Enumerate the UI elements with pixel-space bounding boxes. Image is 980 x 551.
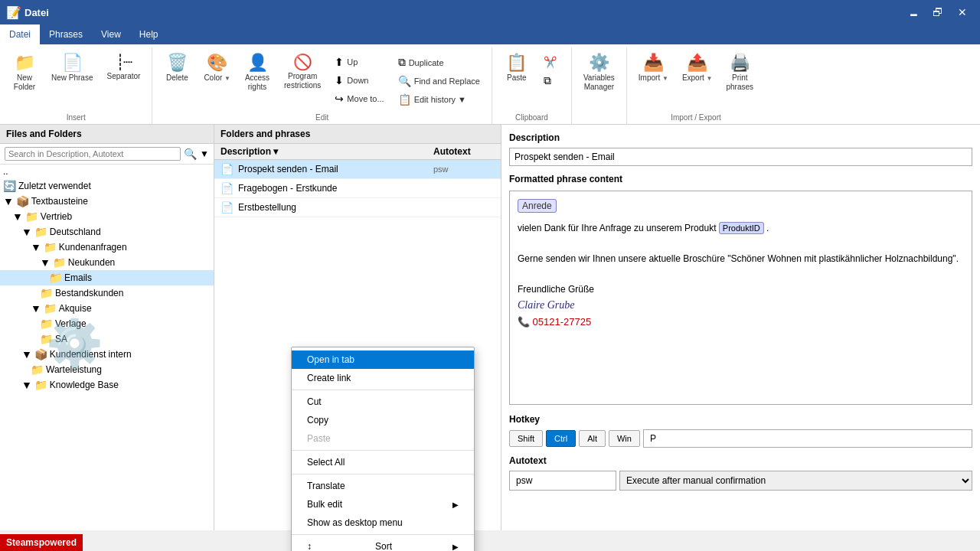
find-replace-button[interactable]: 🔍 Find and Replace [393,73,485,90]
ribbon-group-import-export: 📥 Import ▼ 📤 Export ▼ 🖨️ Printphrases Im… [627,47,765,124]
move-to-button[interactable]: ↪ Move to... [329,90,389,107]
akquise-expand-icon: ▼ [31,302,41,315]
new-folder-button[interactable]: 📁 NewFolder [6,51,43,96]
tree-item-zuletzt[interactable]: 🔄 Zuletzt verwendet [0,178,214,194]
tree-item-vertrieb[interactable]: ▼ 📁 Vertrieb [0,209,214,224]
color-icon: 🎨 [207,54,227,71]
cut-button[interactable]: ✂️ [538,54,565,70]
phrase-row-erstbestellung[interactable]: 📄 Erstbestellung [214,198,501,217]
title-bar-left: 📝 Datei [6,5,49,20]
kundenanfragen-icon: 📁 [44,241,57,253]
separator-button[interactable]: ┊┈ Separator [101,51,145,85]
export-icon: 📤 [687,54,707,71]
ctx-sort-arrow: ▶ [452,543,459,551]
app-title: Datei [24,7,49,18]
menu-view[interactable]: View [92,24,130,44]
tree-item-verlage[interactable]: 📁 Verlage ⚙️ [0,316,214,331]
sort-icon: ▾ [273,146,278,157]
tree-item-sa[interactable]: 📁 SA [0,331,214,347]
ctx-select-all[interactable]: Select All [292,453,474,471]
import-button[interactable]: 📥 Import ▼ [633,51,674,86]
ctx-cut[interactable]: Cut [292,393,474,411]
search-icon[interactable]: 🔍 [184,148,197,160]
tree-item-dotdot[interactable]: .. [0,165,214,178]
hotkey-ctrl-button[interactable]: Ctrl [546,430,576,447]
phrase-row-fragebogen[interactable]: 📄 Fragebogen - Erstkunde [214,179,501,198]
delete-icon: 🗑️ [167,54,188,71]
search-bar: 🔍 ▼ [0,144,214,165]
tree-item-warteleistung[interactable]: 📁 Warteleistung [0,362,214,377]
new-phrase-icon: 📄 [62,54,83,71]
kundendienst-expand-icon: ▼ [21,348,32,360]
print-phrases-button[interactable]: 🖨️ Printphrases [721,51,760,96]
tree-item-neukunden[interactable]: ▼ 📁 Neukunden [0,255,214,270]
access-rights-button[interactable]: 👤 Accessrights [239,51,276,96]
autotext-input[interactable] [509,471,616,491]
down-button[interactable]: ⬇ Down [329,72,389,89]
paste-button[interactable]: 📋 Paste [498,51,535,86]
menu-help[interactable]: Help [130,24,168,44]
up-label: Up [347,57,358,67]
duplicate-button[interactable]: ⧉ Duplicate [393,54,485,71]
menu-phrases[interactable]: Phrases [40,24,92,44]
ctx-copy[interactable]: Copy [292,411,474,429]
close-button[interactable]: ✕ [951,2,974,23]
program-restrictions-button[interactable]: 🚫 Programrestrictions [279,51,326,94]
title-bar-controls: 🗕 🗗 ✕ [902,2,974,23]
autotext-section: Autotext Execute after manual confirmati… [509,455,972,491]
ctx-bulk-edit[interactable]: Bulk edit ▶ [292,495,474,514]
deutschland-expand-icon: ▼ [21,226,32,238]
tree-item-deutschland[interactable]: ▼ 📁 Deutschland [0,224,214,240]
tree-item-emails[interactable]: 📁 Emails [0,270,214,285]
warteleistung-label: Warteleistung [46,364,102,375]
color-button[interactable]: 🎨 Color ▼ [198,51,236,86]
knowledge-base-icon: 📁 [34,379,47,391]
ctx-create-link[interactable]: Create link [292,369,474,387]
tree-item-bestandskunden[interactable]: 📁 Bestandskunden [0,285,214,301]
new-folder-label: NewFolder [14,73,35,92]
hotkey-label: Hotkey [509,414,972,425]
delete-button[interactable]: 🗑️ Delete [158,51,195,86]
ribbon-import-export-content: 📥 Import ▼ 📤 Export ▼ 🖨️ Printphrases [633,47,759,111]
ctx-translate[interactable]: Translate [292,477,474,495]
edit-history-button[interactable]: 📋 Edit history ▼ [393,91,485,108]
menu-datei[interactable]: Datei [0,24,40,44]
variables-manager-button[interactable]: ⚙️ VariablesManager [578,51,620,96]
description-input[interactable] [509,148,972,166]
tree-item-kundendienst[interactable]: ▼ 📦 Kundendienst intern [0,347,214,362]
hotkey-win-button[interactable]: Win [609,430,640,447]
ctx-cut-label: Cut [307,396,322,407]
zuletzt-label: Zuletzt verwendet [18,181,91,191]
up-button[interactable]: ⬆ Up [329,54,389,70]
restore-button[interactable]: 🗗 [926,2,949,23]
phrase-row-prospekt[interactable]: 📄 Prospekt senden - Email psw [214,160,501,179]
ctx-show-desktop-menu-label: Show as desktop menu [307,517,403,528]
ctx-show-desktop-menu[interactable]: Show as desktop menu [292,514,474,532]
hotkey-key-input[interactable] [643,429,972,448]
hotkey-shift-button[interactable]: Shift [509,430,543,447]
new-phrase-button[interactable]: 📄 New Phrase [46,51,98,86]
paste-label: Paste [507,73,527,83]
print-phrases-label: Printphrases [727,73,754,92]
tree-item-textbausteine[interactable]: ▼ 📦 Textbausteine [0,194,214,209]
autotext-action-select[interactable]: Execute after manual confirmation [619,471,972,491]
dropdown-arrow-icon[interactable]: ▼ [200,148,209,159]
separator-label: Separator [106,72,140,81]
tree-item-kundenanfragen[interactable]: ▼ 📁 Kundenanfragen [0,240,214,255]
neukunden-icon: 📁 [53,256,66,269]
ctx-sort[interactable]: ↕ Sort ▶ [292,537,474,551]
tree-item-knowledge-base[interactable]: ▼ 📁 Knowledge Base [0,377,214,393]
copy-ribbon-button[interactable]: ⧉ [538,72,565,90]
verlage-icon: 📁 [40,318,53,330]
search-input[interactable] [5,147,181,161]
main-content: Files and Folders 🔍 ▼ .. 🔄 Zuletzt verwe… [0,125,980,530]
ctx-open-in-tab[interactable]: Open in tab [292,350,474,369]
akquise-icon: 📁 [44,302,57,315]
vertrieb-label: Vertrieb [41,211,72,222]
tree-item-akquise[interactable]: ▼ 📁 Akquise [0,301,214,316]
export-button[interactable]: 📤 Export ▼ [677,51,718,86]
ribbon: 📁 NewFolder 📄 New Phrase ┊┈ Separator In… [0,44,980,125]
minimize-button[interactable]: 🗕 [902,2,925,23]
hotkey-alt-button[interactable]: Alt [579,430,606,447]
ribbon-group-variables: ⚙️ VariablesManager [572,47,627,124]
